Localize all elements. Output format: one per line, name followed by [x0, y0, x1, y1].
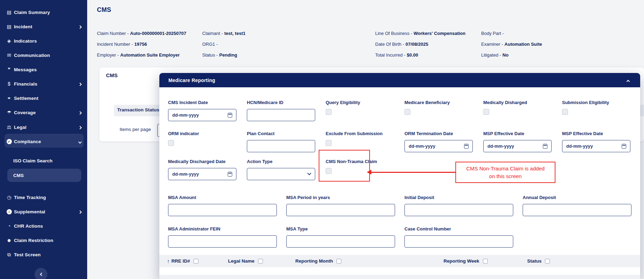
sidebar-item-claim-restriction[interactable]: ☻ Claim Restriction [0, 234, 87, 246]
sidebar-subitem-cms[interactable]: CMS [0, 169, 87, 182]
claim-field-total-incurred: Total Incurred -$0.00 [375, 52, 418, 58]
umbrella-icon: ☂ [5, 110, 13, 115]
text-input-msa-administrator-fein[interactable] [168, 235, 277, 248]
chat-bubbles-icon: ❞ [5, 67, 13, 72]
text-input-hcn-medicare-id[interactable] [247, 109, 315, 121]
sidebar-subitem-iso-claim-search[interactable]: ISO Claim Search [0, 155, 87, 166]
chevron-right-icon [79, 109, 81, 116]
date-placeholder: dd-mm-yyyy [409, 144, 435, 149]
date-input-msp-effective-date[interactable]: dd-mm-yyyy [562, 140, 630, 152]
field-label: Medicare Beneficiary [404, 100, 483, 105]
field-label: Submission Eligibility [562, 100, 641, 105]
sidebar-item-coverage[interactable]: ☂ Coverage [0, 107, 87, 118]
sidebar-item-time-tracking[interactable]: ◷ Time Tracking [0, 191, 87, 203]
form-row-5: MSA Administrator FEINMSA TypeCase Contr… [168, 226, 641, 248]
sidebar-item-test-screen[interactable]: ⧉ Test Screen [0, 249, 87, 260]
envelope-icon: ✉ [5, 53, 13, 58]
column-header-label: RRE ID# [172, 258, 190, 264]
chevron-right-icon [79, 81, 81, 87]
sidebar-item-compliance[interactable]: ✔ Compliance [0, 135, 87, 147]
text-input-annual-deposit[interactable] [523, 204, 631, 216]
text-input-msa-period-in-years[interactable] [286, 204, 395, 216]
stopwatch-icon: ◔ [5, 223, 13, 228]
column-header-status[interactable]: Status [527, 255, 550, 267]
column-header-legal-name[interactable]: Legal Name [228, 255, 263, 267]
field-annual-deposit: Annual Deposit [523, 195, 641, 216]
field-label: Initial Deposit [404, 195, 523, 200]
calendar-icon[interactable] [228, 113, 232, 118]
sidebar: ▤ Claim Summary ▤ Incident ◈ Indicators … [0, 0, 87, 279]
column-header-label: Status [527, 258, 541, 264]
date-input-medically-discharged-date[interactable]: dd-mm-yyyy [168, 168, 236, 180]
sidebar-item-supplemental[interactable]: i Supplemental [0, 206, 87, 218]
claim-field-employer: Employer -Automation Suite Employer [97, 52, 180, 58]
claim-field-examiner: Examiner -Automation Suite [481, 42, 542, 47]
text-input-initial-deposit[interactable] [404, 204, 513, 216]
field-medically-discharged-date: Medically Discharged Datedd-mm-yyyy [168, 159, 247, 180]
claim-field-status: Status -Pending [202, 52, 237, 58]
checkbox-medically-disharged[interactable] [483, 109, 489, 115]
sort-ascending-icon: ↑ [167, 258, 170, 264]
checkbox-medicare-beneficiary[interactable] [404, 109, 410, 115]
calendar-icon[interactable] [543, 144, 547, 149]
sidebar-item-settlement[interactable]: ⚭ Settlement [0, 92, 87, 104]
field-orm-indicator: ORM indicator [168, 131, 247, 152]
column-filter-checkbox[interactable] [336, 259, 341, 264]
column-filter-checkbox[interactable] [545, 259, 550, 264]
calendar-icon[interactable] [622, 144, 626, 149]
claim-field-org1: ORG1 - [202, 42, 219, 47]
select-action-type[interactable] [247, 168, 315, 180]
text-input-plan-contact[interactable] [247, 140, 315, 152]
sidebar-collapse-button[interactable] [35, 268, 47, 279]
text-input-case-control-number[interactable] [404, 235, 513, 248]
field-label: Annual Deposit [523, 195, 641, 200]
column-filter-checkbox[interactable] [258, 259, 263, 264]
sidebar-item-chr-actions[interactable]: ◔ CHR Actions [0, 220, 87, 232]
sidebar-item-claim-summary[interactable]: ▤ Claim Summary [0, 6, 87, 18]
scales-icon: ⚖ [5, 125, 13, 130]
field-label: MSP Effective Date [483, 131, 562, 136]
field-initial-deposit: Initial Deposit [404, 195, 523, 216]
column-filter-checkbox[interactable] [483, 259, 488, 264]
sidebar-item-indicators[interactable]: ◈ Indicators [0, 35, 87, 47]
chevron-left-icon [40, 273, 43, 276]
checkbox-exclude-from-submission[interactable] [326, 140, 332, 146]
checkbox-orm-indicator[interactable] [168, 140, 174, 146]
sidebar-item-financials[interactable]: $ Financials [0, 78, 87, 90]
calendar-icon[interactable] [464, 144, 469, 149]
checkbox-query-eligibility[interactable] [326, 109, 332, 115]
date-input-orm-termination-date[interactable]: dd-mm-yyyy [404, 140, 473, 152]
annotation-line2: on this screen [489, 172, 522, 180]
chevron-up-icon[interactable] [627, 78, 632, 82]
sidebar-item-legal[interactable]: ⚖ Legal [0, 121, 87, 133]
sidebar-item-messages[interactable]: ❞ Messages [0, 64, 87, 75]
date-input-msp-effective-date[interactable]: dd-mm-yyyy [483, 140, 552, 152]
medicare-reporting-modal: Medicare Reporting CMS Incident Datedd-m… [159, 73, 640, 279]
text-input-msa-type[interactable] [286, 235, 395, 248]
column-header-rre-id[interactable]: ↑RRE ID# [167, 255, 198, 267]
field-label: Query Eligibility [326, 100, 404, 105]
items-per-page-label: Items per page [120, 127, 151, 132]
tab-transaction-status[interactable]: Transaction Status [117, 107, 159, 112]
field-label: MSA Type [286, 226, 404, 232]
column-header-reporting-month[interactable]: Reporting Month [295, 255, 341, 267]
column-header-reporting-week[interactable]: Reporting Week [444, 255, 488, 267]
clock-icon: ◷ [5, 195, 13, 200]
sidebar-item-incident[interactable]: ▤ Incident [0, 21, 87, 32]
field-exclude-from-submission: Exclude From Submission [326, 131, 404, 152]
date-input-cms-incident-date[interactable]: dd-mm-yyyy [168, 109, 236, 121]
field-label: Plan Contact [247, 131, 326, 136]
field-label: Medically Discharged Date [168, 159, 247, 164]
text-input-msa-amount[interactable] [168, 204, 277, 216]
checkbox-submission-eligibility[interactable] [562, 109, 568, 115]
field-label: HCN/Medicare ID [247, 100, 326, 105]
field-msa-administrator-fein: MSA Administrator FEIN [168, 226, 286, 248]
chevron-down-icon [79, 138, 81, 145]
claim-field-incident-number: Incident Number -19756 [97, 42, 147, 47]
column-filter-checkbox[interactable] [194, 259, 198, 264]
field-hcn-medicare-id: HCN/Medicare ID [247, 100, 326, 121]
windows-icon: ⧉ [5, 252, 13, 257]
sidebar-item-communication[interactable]: ✉ Communication [0, 49, 87, 61]
field-msa-period-in-years: MSA Period in years [286, 195, 404, 216]
calendar-icon[interactable] [228, 172, 232, 177]
